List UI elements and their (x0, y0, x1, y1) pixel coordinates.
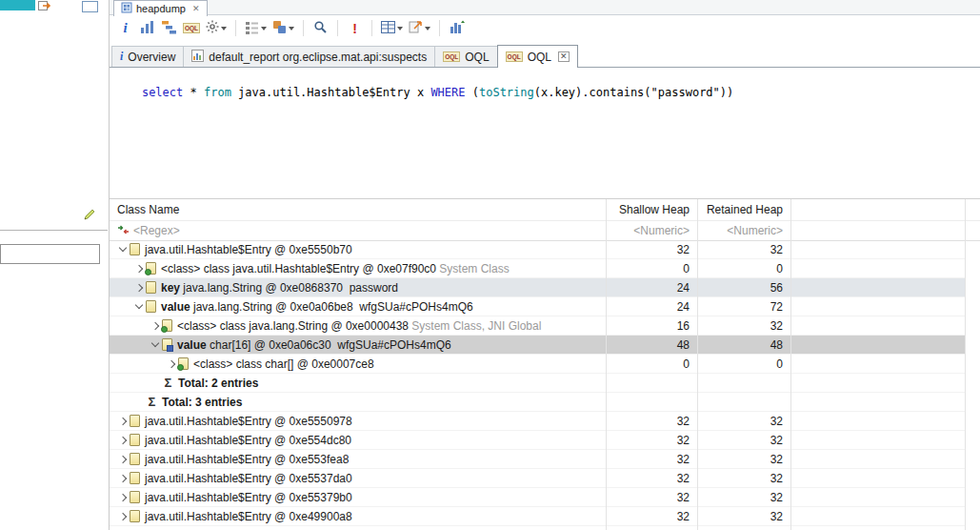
table-row[interactable]: <class> class java.lang.String @ 0xe0000… (110, 316, 965, 336)
chevron-expanded-icon[interactable] (133, 300, 146, 313)
shallow-heap-value: 24 (606, 297, 697, 316)
table-row[interactable]: <class> class java.util.Hashtable$Entry … (110, 259, 965, 278)
editor-tab-heapdump[interactable]: heapdump ✕ (113, 0, 208, 16)
chevron-collapsed-icon[interactable] (133, 281, 146, 294)
shallow-heap-value: 32 (606, 240, 697, 258)
forward-arrow-icon[interactable] (38, 0, 51, 14)
column-header-class-name[interactable]: Class Name (117, 203, 179, 216)
export-button[interactable] (409, 19, 430, 37)
shallow-heap-value: 16 (606, 316, 697, 335)
row-label: Total: 3 entries (162, 396, 242, 409)
editor-tabstrip: heapdump ✕ (110, 0, 980, 15)
table-row[interactable]: java.util.Hashtable$Entry @ 0xe555097832… (110, 412, 965, 431)
tab-label: OQL (465, 51, 489, 64)
table-header: Class Name Shallow Heap Retained Heap (110, 199, 980, 221)
chevron-collapsed-icon[interactable] (117, 491, 130, 503)
chevron-collapsed-icon[interactable] (117, 510, 130, 522)
shallow-heap-value: 48 (606, 336, 697, 354)
table-right-edge (965, 199, 966, 530)
retained-heap-value: 32 (697, 431, 790, 449)
chevron-collapsed-icon[interactable] (117, 453, 130, 465)
mat-window: { "glyphs": { "info": "i", "oql": "OQL",… (0, 0, 980, 530)
column-header-shallow-heap[interactable]: Shallow Heap (606, 203, 690, 216)
table-row[interactable]: <class> class char[] @ 0xe0007ce800 (110, 355, 965, 374)
table-row[interactable]: java.util.Hashtable$Entry @ 0xe554dc8032… (110, 431, 965, 450)
column-divider[interactable] (697, 199, 698, 530)
dropdown-caret-icon (289, 27, 294, 31)
table-row[interactable]: ΣTotal: 2 entries (110, 374, 965, 393)
group-by-icon (245, 20, 259, 37)
tab-close-icon[interactable]: ✕ (558, 51, 570, 62)
tab-label: default_report org.eclipse.mat.api:suspe… (209, 51, 427, 64)
pencil-icon[interactable] (83, 208, 96, 224)
oql-query-editor[interactable]: select * from java.util.Hashtable$Entry … (110, 68, 980, 198)
regex-filter-icon[interactable] (117, 224, 130, 238)
tab-oql-2[interactable]: OQL OQL ✕ (497, 45, 578, 68)
group-by-button[interactable] (245, 19, 267, 37)
chevron-collapsed-icon[interactable] (117, 415, 130, 427)
collapsed-section-box[interactable] (0, 244, 100, 264)
shallow-heap-value: 32 (606, 412, 697, 430)
shallow-heap-value: 32 (606, 507, 697, 525)
query-segment: toString (479, 86, 534, 99)
tab-default-report[interactable]: default_report org.eclipse.mat.api:suspe… (183, 46, 435, 67)
table-row[interactable]: ΣTotal: 3 entries (110, 393, 965, 412)
query-segment: from (204, 86, 231, 99)
grouping-button[interactable] (272, 19, 294, 37)
table-row[interactable]: java.util.Hashtable$Entry @ 0xe49900a832… (110, 507, 965, 526)
row-label: java.util.Hashtable$Entry @ 0xe5550b70 (145, 243, 352, 256)
tab-oql-1[interactable]: OQL OQL (434, 46, 497, 67)
compare-button[interactable] (449, 19, 465, 37)
table-row[interactable]: key java.lang.String @ 0xe0868370 passwo… (110, 278, 965, 297)
row-label: value (177, 338, 210, 352)
retained-heap-value: 56 (697, 278, 790, 296)
chevron-expanded-icon[interactable] (150, 338, 162, 351)
retained-heap-value: 32 (697, 240, 790, 258)
filter-row: <Regex> <Numeric> <Numeric> (110, 220, 980, 241)
overview-info-button[interactable]: i (117, 19, 133, 37)
instance-object-icon (130, 510, 140, 522)
warning-button[interactable]: ! (347, 19, 363, 37)
table-row[interactable]: java.util.Hashtable$Entry @ 0xe5550b7032… (110, 240, 965, 259)
expert-system-button[interactable] (206, 19, 227, 37)
column-divider[interactable] (790, 199, 791, 530)
search-button[interactable] (312, 19, 329, 37)
query-segment: select (142, 86, 183, 99)
histogram-icon (140, 20, 154, 37)
query-segment: (x.key).contains("password")) (534, 86, 734, 99)
table-row[interactable]: value java.lang.String @ 0xe0a06be8 wfgS… (110, 297, 965, 316)
histogram-button[interactable] (139, 19, 155, 37)
info-icon: i (123, 21, 127, 35)
calculate-retained-button[interactable] (381, 19, 403, 37)
dominator-tree-button[interactable] (161, 19, 177, 37)
row-label: System Class, JNI Global (411, 319, 541, 333)
row-label: <class> class java.util.Hashtable$Entry … (161, 262, 439, 275)
chevron-expanded-icon[interactable] (117, 243, 130, 255)
column-header-retained-heap[interactable]: Retained Heap (697, 203, 783, 216)
info-icon: i (120, 50, 123, 64)
class-object-icon (146, 262, 156, 275)
shallow-heap-value: 32 (606, 431, 697, 449)
row-label: <class> class java.lang.String @ 0xe0000… (177, 319, 411, 333)
editor-tab-label: heapdump (136, 3, 186, 14)
query-segment: WHERE (430, 86, 465, 99)
table-row[interactable]: value char[16] @ 0xe0a06c30 wfgSUa#cPOHs… (110, 336, 965, 355)
table-row[interactable]: java.util.Hashtable$Entry @ 0xe55379b032… (110, 488, 965, 507)
column-divider[interactable] (606, 199, 607, 530)
chevron-collapsed-icon[interactable] (117, 472, 130, 484)
editor-area: heapdump ✕ i OQL ! (110, 0, 980, 530)
retained-heap-value: 0 (697, 355, 790, 373)
tab-overview[interactable]: i Overview (111, 46, 184, 67)
editor-tab-close-icon[interactable]: ✕ (192, 4, 200, 13)
numeric-filter-field[interactable]: <Numeric> (606, 224, 690, 237)
retained-heap-value: 32 (697, 316, 790, 335)
oql-button[interactable]: OQL (183, 19, 200, 37)
table-row[interactable]: java.util.Hashtable$Entry @ 0xe5537da032… (110, 469, 965, 488)
chevron-collapsed-icon[interactable] (117, 434, 130, 446)
minimized-view-icon[interactable] (82, 1, 98, 12)
regex-filter-field[interactable]: <Regex> (133, 224, 180, 237)
numeric-filter-field[interactable]: <Numeric> (697, 224, 783, 237)
table-grid-icon (381, 21, 395, 36)
table-row[interactable]: java.util.Hashtable$Entry @ 0xe553fea832… (110, 450, 965, 469)
row-label: <class> class char[] @ 0xe0007ce8 (193, 357, 374, 371)
